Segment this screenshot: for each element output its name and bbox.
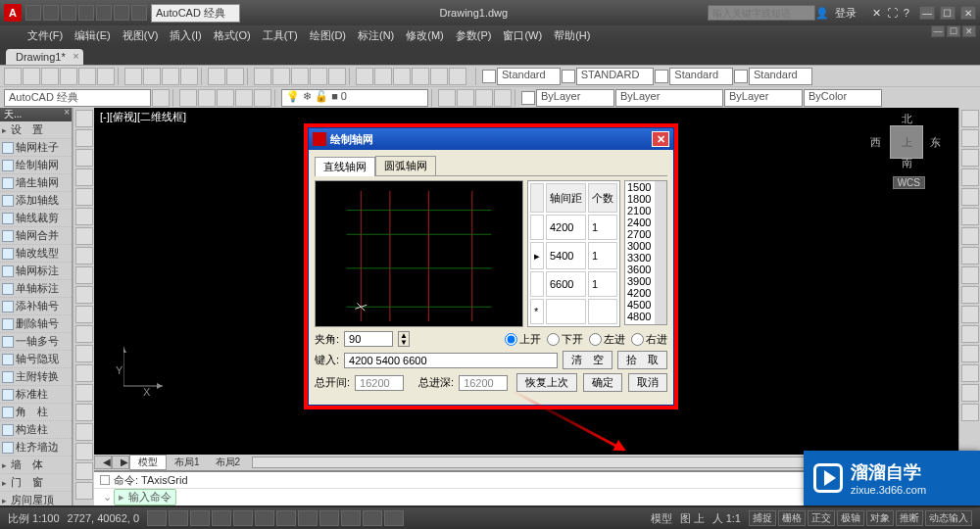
- workspace-selector[interactable]: AutoCAD 经典: [151, 4, 240, 23]
- mleaderstyle-icon[interactable]: [734, 70, 748, 83]
- grid-toggle[interactable]: [169, 510, 188, 526]
- linetype-select[interactable]: ByLayer: [615, 89, 723, 107]
- qat-new-icon[interactable]: [25, 5, 41, 21]
- wcs-label[interactable]: WCS: [893, 176, 925, 189]
- clear-button[interactable]: 清 空: [563, 351, 612, 369]
- preview-icon[interactable]: [78, 68, 96, 85]
- mode-toggle[interactable]: 动态输入: [925, 510, 972, 526]
- login-link[interactable]: 登录: [835, 6, 857, 21]
- menu-insert[interactable]: 插入(I): [166, 28, 205, 43]
- palette-item[interactable]: 墙生轴网: [0, 174, 72, 192]
- point-icon[interactable]: [75, 364, 93, 382]
- am-toggle[interactable]: [384, 510, 404, 526]
- keyin-input[interactable]: [344, 353, 558, 368]
- dimstyle-select[interactable]: STANDARD: [576, 68, 655, 85]
- layerwalk-icon[interactable]: [494, 89, 512, 107]
- palette-item[interactable]: 轴号隐现: [0, 351, 72, 368]
- tab-straight-grid[interactable]: 直线轴网: [315, 157, 375, 176]
- layermatch-icon[interactable]: [475, 89, 493, 107]
- scale-icon[interactable]: [961, 247, 979, 264]
- close-button[interactable]: ✕: [960, 6, 976, 20]
- layerfrz-icon[interactable]: [217, 89, 234, 107]
- qp-toggle[interactable]: [319, 510, 339, 526]
- color-select[interactable]: ByLayer: [536, 89, 614, 107]
- join-icon[interactable]: [961, 345, 979, 362]
- layer-select[interactable]: 💡 ❄ 🔓 ■ 0: [281, 89, 428, 107]
- arc-icon[interactable]: [75, 208, 93, 225]
- palette-item[interactable]: 轴网合并: [0, 227, 72, 245]
- revcloud-icon[interactable]: [75, 247, 93, 264]
- cut-icon[interactable]: [124, 68, 142, 85]
- copy-icon[interactable]: [143, 68, 161, 85]
- cloud-icon[interactable]: ⛶: [887, 7, 898, 19]
- menu-file[interactable]: 文件(F): [24, 28, 67, 43]
- help-search-input[interactable]: [708, 5, 815, 21]
- palette-item[interactable]: 删除轴号: [0, 315, 72, 333]
- table-row[interactable]: 42001: [530, 215, 617, 240]
- mode-toggle[interactable]: 推断: [896, 510, 923, 526]
- addsel-icon[interactable]: [75, 482, 93, 500]
- direction-radio[interactable]: 右进: [631, 332, 667, 347]
- palette-group[interactable]: ▸墙 体: [0, 457, 72, 474]
- cancel-button[interactable]: 取消: [628, 373, 667, 392]
- preset-listbox[interactable]: 1500180021002400270030003300360039004200…: [624, 180, 667, 325]
- zoomwin-icon[interactable]: [291, 68, 309, 85]
- redo-icon[interactable]: [226, 68, 244, 85]
- stretch-icon[interactable]: [961, 266, 979, 284]
- palette-group[interactable]: ▸房间屋顶: [0, 492, 72, 505]
- direction-radio[interactable]: 上开: [505, 332, 541, 347]
- palette-group[interactable]: ▸门 窗: [0, 474, 72, 492]
- ortho-toggle[interactable]: [190, 510, 210, 526]
- ellipse-icon[interactable]: [75, 286, 93, 304]
- help-icon[interactable]: ?: [904, 7, 909, 19]
- cmd-handle-icon[interactable]: [100, 475, 110, 485]
- menu-format[interactable]: 格式(O): [210, 28, 255, 43]
- textstyle-icon[interactable]: [482, 70, 496, 83]
- textstyle-select[interactable]: Standard: [497, 68, 561, 85]
- table-row[interactable]: 66001: [530, 271, 617, 297]
- workspace-select[interactable]: AutoCAD 经典: [4, 89, 151, 107]
- annotation-scale[interactable]: 比例 1:100: [8, 511, 60, 526]
- block-icon[interactable]: [75, 345, 93, 362]
- dimstyle-icon[interactable]: [562, 70, 575, 83]
- palette-item[interactable]: 一轴多号: [0, 333, 72, 351]
- chamfer-icon[interactable]: [961, 364, 979, 382]
- listbox-scrollbar[interactable]: [655, 181, 666, 324]
- tab-layout2[interactable]: 布局2: [208, 456, 249, 469]
- tab-arc-grid[interactable]: 圆弧轴网: [375, 156, 436, 175]
- palette-title[interactable]: 天...: [0, 108, 72, 121]
- direction-radio[interactable]: 左进: [589, 332, 625, 347]
- layerlock-icon[interactable]: [235, 89, 253, 107]
- paper-icon[interactable]: 图 上: [680, 511, 705, 526]
- colorswatch-icon[interactable]: [521, 91, 535, 105]
- viewcube-west[interactable]: 西: [870, 135, 881, 150]
- menu-param[interactable]: 参数(P): [452, 28, 496, 43]
- tpy-toggle[interactable]: [363, 510, 382, 526]
- scroll-left-icon[interactable]: ◀: [94, 456, 112, 469]
- restore-button[interactable]: 恢复上次: [516, 373, 577, 392]
- open-icon[interactable]: [23, 68, 40, 85]
- hatch-icon[interactable]: [75, 384, 93, 402]
- explode-icon[interactable]: [961, 404, 979, 421]
- palette-item[interactable]: 轴网标注: [0, 263, 72, 280]
- undo-icon[interactable]: [208, 68, 225, 85]
- palette-item[interactable]: 添加轴线: [0, 192, 72, 210]
- palette-item[interactable]: 构造柱: [0, 421, 72, 439]
- qat-undo-icon[interactable]: [114, 5, 129, 21]
- menu-help[interactable]: 帮助(H): [550, 28, 594, 43]
- viewcube-north[interactable]: 北: [902, 112, 912, 126]
- wsset-icon[interactable]: [152, 89, 170, 107]
- polar-toggle[interactable]: [212, 510, 231, 526]
- minimize-button[interactable]: —: [919, 6, 935, 20]
- document-tab[interactable]: Drawing1*: [6, 49, 83, 65]
- palette-group[interactable]: ▸设 置: [0, 121, 72, 139]
- pick-button[interactable]: 拾 取: [617, 351, 667, 369]
- new-icon[interactable]: [4, 68, 22, 85]
- menu-modify[interactable]: 修改(M): [402, 28, 448, 43]
- rectangle-icon[interactable]: [75, 188, 93, 206]
- markup-icon[interactable]: [430, 68, 448, 85]
- palette-item[interactable]: 角 柱: [0, 404, 72, 421]
- pan-icon[interactable]: [254, 68, 271, 85]
- print-icon[interactable]: [60, 68, 77, 85]
- spline-icon[interactable]: [75, 266, 93, 284]
